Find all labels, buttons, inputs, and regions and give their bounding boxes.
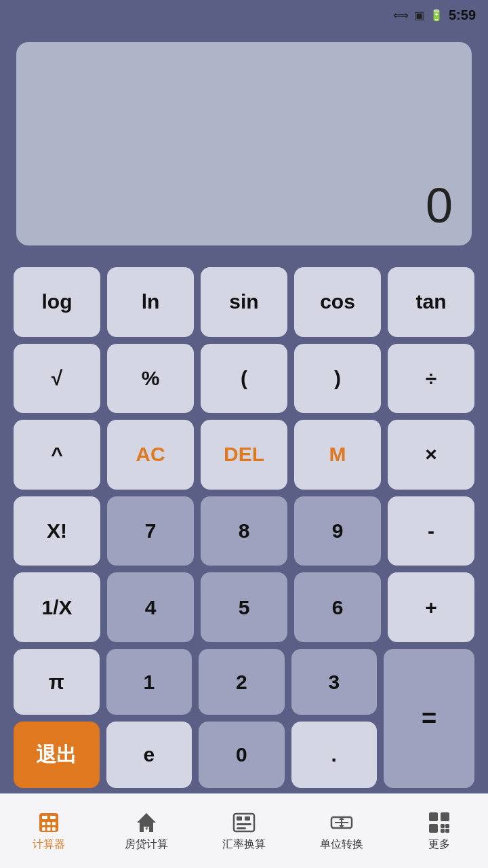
svg-rect-26 xyxy=(441,829,445,833)
nav-exchange[interactable]: 汇率换算 xyxy=(195,810,293,852)
nav-unit-label: 单位转换 xyxy=(320,837,363,852)
tan-button[interactable]: tan xyxy=(388,267,474,337)
subtract-button[interactable]: - xyxy=(388,496,474,566)
percent-button[interactable]: % xyxy=(107,344,194,414)
equals-button[interactable]: = xyxy=(384,649,474,788)
display-value: 0 xyxy=(426,178,453,233)
btn-row-1: log ln sin cos tan xyxy=(14,267,474,337)
2-button[interactable]: 2 xyxy=(199,649,285,715)
ln-button[interactable]: ln xyxy=(107,267,194,337)
5-button[interactable]: 5 xyxy=(201,572,287,642)
svg-rect-21 xyxy=(429,812,438,821)
factorial-button[interactable]: X! xyxy=(14,496,100,566)
btn-row-6: π 1 2 3 xyxy=(14,649,377,715)
status-bar: ⟺ ▣ 🔋 5:59 xyxy=(0,0,488,30)
svg-rect-7 xyxy=(47,827,51,831)
svg-rect-4 xyxy=(47,822,51,825)
exchange-icon xyxy=(232,810,256,835)
0-button[interactable]: 0 xyxy=(199,722,285,788)
nav-calculator[interactable]: 计算器 xyxy=(0,810,98,852)
svg-rect-14 xyxy=(237,823,251,825)
nav-unit[interactable]: 单位转换 xyxy=(293,810,390,852)
svg-rect-25 xyxy=(445,824,449,828)
del-button[interactable]: DEL xyxy=(201,420,287,490)
3-button[interactable]: 3 xyxy=(291,649,378,715)
nav-calculator-label: 计算器 xyxy=(33,837,65,852)
svg-rect-13 xyxy=(245,816,250,821)
9-button[interactable]: 9 xyxy=(294,496,381,566)
bottom-nav: 计算器 ¥ 房贷计算 汇率换算 单位转换 xyxy=(0,793,488,868)
7-button[interactable]: 7 xyxy=(107,496,194,566)
btn-row-7: 退出 e 0 . xyxy=(14,722,377,788)
nav-more[interactable]: 更多 xyxy=(390,810,488,852)
svg-rect-1 xyxy=(42,816,47,819)
svg-rect-23 xyxy=(429,824,438,833)
left-cols: π 1 2 3 退出 e 0 . xyxy=(14,649,377,788)
sqrt-button[interactable]: √ xyxy=(14,344,100,414)
svg-rect-8 xyxy=(52,827,56,831)
svg-rect-2 xyxy=(50,816,56,819)
6-button[interactable]: 6 xyxy=(294,572,381,642)
svg-text:¥: ¥ xyxy=(144,825,149,831)
more-icon xyxy=(427,810,451,835)
bottom-section: π 1 2 3 退出 e 0 . = xyxy=(14,649,474,788)
ac-button[interactable]: AC xyxy=(107,420,194,490)
nav-more-label: 更多 xyxy=(428,837,450,852)
svg-rect-3 xyxy=(42,822,45,825)
exit-button[interactable]: 退出 xyxy=(14,722,100,788)
nav-mortgage-label: 房贷计算 xyxy=(125,837,168,852)
svg-rect-15 xyxy=(237,827,246,829)
4-button[interactable]: 4 xyxy=(107,572,194,642)
nav-mortgage[interactable]: ¥ 房贷计算 xyxy=(98,810,195,852)
add-button[interactable]: + xyxy=(388,572,474,642)
dot-button[interactable]: . xyxy=(291,722,378,788)
nav-exchange-label: 汇率换算 xyxy=(222,837,266,852)
btn-row-5: 1/X 4 5 6 + xyxy=(14,572,474,642)
unit-icon xyxy=(329,810,354,835)
divide-button[interactable]: ÷ xyxy=(388,344,474,414)
buttons-area: log ln sin cos tan √ % ( ) ÷ ^ AC DEL M … xyxy=(0,245,488,793)
btn-row-2: √ % ( ) ÷ xyxy=(14,344,474,414)
btn-row-3: ^ AC DEL M × xyxy=(14,420,474,490)
calculator-icon xyxy=(37,810,61,835)
memory-button[interactable]: M xyxy=(294,420,381,490)
multiply-button[interactable]: × xyxy=(388,420,474,490)
svg-rect-6 xyxy=(42,827,45,831)
signal-icon: ▣ xyxy=(414,9,424,22)
log-button[interactable]: log xyxy=(14,267,100,337)
btn-row-4: X! 7 8 9 - xyxy=(14,496,474,566)
pi-button[interactable]: π xyxy=(14,649,100,715)
cos-button[interactable]: cos xyxy=(294,267,381,337)
battery-icon: 🔋 xyxy=(430,9,443,22)
power-button[interactable]: ^ xyxy=(14,420,100,490)
house-icon: ¥ xyxy=(134,810,159,835)
reciprocal-button[interactable]: 1/X xyxy=(14,572,100,642)
open-paren-button[interactable]: ( xyxy=(201,344,287,414)
sin-button[interactable]: sin xyxy=(201,267,287,337)
svg-rect-12 xyxy=(237,816,242,821)
close-paren-button[interactable]: ) xyxy=(294,344,381,414)
svg-rect-22 xyxy=(441,812,449,821)
svg-rect-27 xyxy=(445,829,449,833)
8-button[interactable]: 8 xyxy=(201,496,287,566)
status-time: 5:59 xyxy=(449,7,476,23)
1-button[interactable]: 1 xyxy=(106,649,192,715)
svg-rect-5 xyxy=(52,822,56,825)
connectivity-icon: ⟺ xyxy=(393,9,409,22)
display-screen: 0 xyxy=(16,42,472,245)
svg-rect-24 xyxy=(441,824,445,828)
e-button[interactable]: e xyxy=(106,722,192,788)
